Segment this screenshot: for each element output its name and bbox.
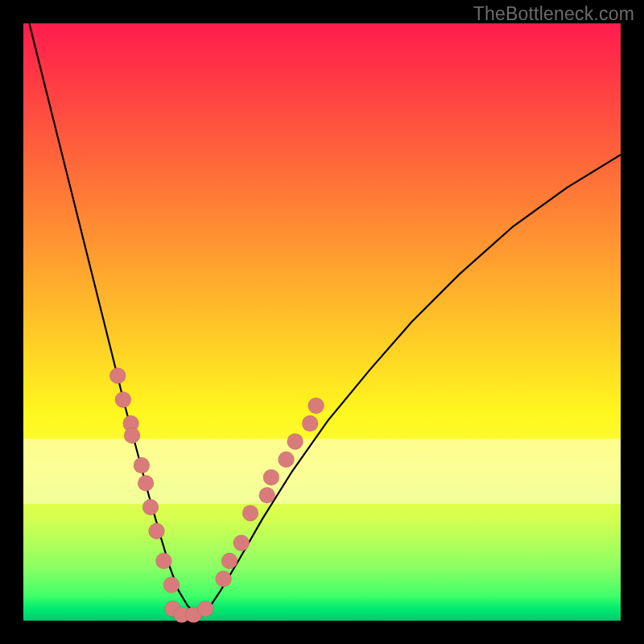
data-dot xyxy=(155,553,171,569)
data-dot xyxy=(124,427,140,444)
data-dot xyxy=(242,505,258,521)
watermark-text: TheBottleneck.com xyxy=(473,3,634,25)
data-dot xyxy=(142,499,159,515)
data-dot xyxy=(216,571,232,587)
chart-overlay xyxy=(23,23,621,621)
data-dot xyxy=(115,392,131,408)
data-dot xyxy=(287,433,303,449)
data-dot xyxy=(308,398,324,414)
data-dot xyxy=(134,457,150,473)
data-dots xyxy=(109,368,324,623)
data-dot xyxy=(279,452,295,468)
data-dot xyxy=(197,601,213,617)
data-dot xyxy=(149,523,165,539)
data-dot xyxy=(259,487,275,503)
chart-frame: TheBottleneck.com xyxy=(0,0,644,644)
data-dot xyxy=(221,553,237,569)
data-dot xyxy=(109,368,126,384)
data-dot xyxy=(263,469,279,485)
bottleneck-curve xyxy=(29,23,621,615)
data-dot xyxy=(163,577,180,593)
data-dot xyxy=(233,535,250,551)
data-dot xyxy=(138,475,154,491)
data-dot xyxy=(302,415,318,431)
